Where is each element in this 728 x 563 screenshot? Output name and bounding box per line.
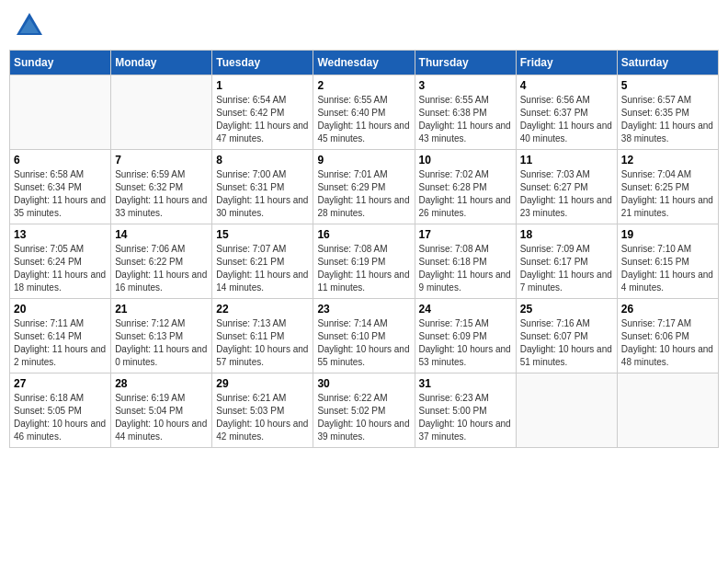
calendar-cell: 2Sunrise: 6:55 AM Sunset: 6:40 PM Daylig… bbox=[313, 75, 415, 150]
calendar-cell: 1Sunrise: 6:54 AM Sunset: 6:42 PM Daylig… bbox=[212, 75, 313, 150]
day-detail: Sunrise: 7:08 AM Sunset: 6:19 PM Dayligh… bbox=[317, 243, 410, 294]
day-number: 26 bbox=[621, 303, 714, 316]
day-detail: Sunrise: 6:23 AM Sunset: 5:00 PM Dayligh… bbox=[419, 392, 512, 443]
day-detail: Sunrise: 6:19 AM Sunset: 5:04 PM Dayligh… bbox=[115, 392, 208, 443]
calendar-cell: 18Sunrise: 7:09 AM Sunset: 6:17 PM Dayli… bbox=[516, 224, 617, 299]
calendar-cell: 30Sunrise: 6:22 AM Sunset: 5:02 PM Dayli… bbox=[313, 373, 415, 448]
day-number: 24 bbox=[419, 303, 512, 316]
day-detail: Sunrise: 7:09 AM Sunset: 6:17 PM Dayligh… bbox=[520, 243, 613, 294]
day-detail: Sunrise: 6:22 AM Sunset: 5:02 PM Dayligh… bbox=[317, 392, 410, 443]
day-number: 14 bbox=[115, 228, 208, 241]
calendar-cell: 13Sunrise: 7:05 AM Sunset: 6:24 PM Dayli… bbox=[10, 224, 111, 299]
calendar-cell: 20Sunrise: 7:11 AM Sunset: 6:14 PM Dayli… bbox=[10, 299, 111, 373]
day-detail: Sunrise: 6:56 AM Sunset: 6:37 PM Dayligh… bbox=[520, 94, 613, 145]
day-number: 29 bbox=[216, 377, 309, 390]
calendar-week-3: 13Sunrise: 7:05 AM Sunset: 6:24 PM Dayli… bbox=[10, 224, 719, 299]
day-number: 2 bbox=[317, 79, 410, 92]
day-detail: Sunrise: 7:05 AM Sunset: 6:24 PM Dayligh… bbox=[14, 243, 107, 294]
day-number: 6 bbox=[14, 154, 107, 167]
day-detail: Sunrise: 7:16 AM Sunset: 6:07 PM Dayligh… bbox=[520, 317, 613, 369]
calendar-cell: 12Sunrise: 7:04 AM Sunset: 6:25 PM Dayli… bbox=[617, 150, 718, 224]
calendar-table: SundayMondayTuesdayWednesdayThursdayFrid… bbox=[9, 50, 719, 448]
calendar-cell: 6Sunrise: 6:58 AM Sunset: 6:34 PM Daylig… bbox=[10, 150, 111, 224]
calendar-cell: 17Sunrise: 7:08 AM Sunset: 6:18 PM Dayli… bbox=[415, 224, 516, 299]
day-number: 8 bbox=[216, 154, 309, 167]
day-detail: Sunrise: 7:17 AM Sunset: 6:06 PM Dayligh… bbox=[621, 317, 714, 369]
calendar-cell bbox=[10, 75, 111, 150]
calendar-cell: 25Sunrise: 7:16 AM Sunset: 6:07 PM Dayli… bbox=[516, 299, 617, 373]
day-number: 23 bbox=[317, 303, 410, 316]
day-detail: Sunrise: 6:21 AM Sunset: 5:03 PM Dayligh… bbox=[216, 392, 309, 443]
day-number: 3 bbox=[419, 79, 512, 92]
calendar-cell: 4Sunrise: 6:56 AM Sunset: 6:37 PM Daylig… bbox=[516, 75, 617, 150]
calendar-cell: 28Sunrise: 6:19 AM Sunset: 5:04 PM Dayli… bbox=[111, 373, 212, 448]
calendar-cell: 31Sunrise: 6:23 AM Sunset: 5:00 PM Dayli… bbox=[415, 373, 516, 448]
day-number: 5 bbox=[621, 79, 714, 92]
weekday-header-saturday: Saturday bbox=[617, 51, 718, 75]
day-detail: Sunrise: 7:13 AM Sunset: 6:11 PM Dayligh… bbox=[216, 317, 309, 369]
weekday-header-thursday: Thursday bbox=[415, 51, 516, 75]
day-detail: Sunrise: 6:54 AM Sunset: 6:42 PM Dayligh… bbox=[216, 94, 309, 145]
day-detail: Sunrise: 7:00 AM Sunset: 6:31 PM Dayligh… bbox=[216, 168, 309, 220]
day-number: 7 bbox=[115, 154, 208, 167]
day-detail: Sunrise: 7:12 AM Sunset: 6:13 PM Dayligh… bbox=[115, 317, 208, 369]
day-detail: Sunrise: 7:08 AM Sunset: 6:18 PM Dayligh… bbox=[419, 243, 512, 294]
day-detail: Sunrise: 6:55 AM Sunset: 6:38 PM Dayligh… bbox=[419, 94, 512, 145]
calendar-cell: 10Sunrise: 7:02 AM Sunset: 6:28 PM Dayli… bbox=[415, 150, 516, 224]
day-number: 18 bbox=[520, 228, 613, 241]
day-number: 12 bbox=[621, 154, 714, 167]
day-number: 4 bbox=[520, 79, 613, 92]
calendar-cell: 23Sunrise: 7:14 AM Sunset: 6:10 PM Dayli… bbox=[313, 299, 415, 373]
day-detail: Sunrise: 6:57 AM Sunset: 6:35 PM Dayligh… bbox=[621, 94, 714, 145]
day-detail: Sunrise: 7:15 AM Sunset: 6:09 PM Dayligh… bbox=[419, 317, 512, 369]
day-number: 11 bbox=[520, 154, 613, 167]
logo-icon bbox=[13, 9, 46, 42]
calendar-cell: 11Sunrise: 7:03 AM Sunset: 6:27 PM Dayli… bbox=[516, 150, 617, 224]
day-number: 13 bbox=[14, 228, 107, 241]
page-header bbox=[9, 9, 719, 42]
logo bbox=[13, 9, 50, 42]
calendar-cell: 29Sunrise: 6:21 AM Sunset: 5:03 PM Dayli… bbox=[212, 373, 313, 448]
day-detail: Sunrise: 7:04 AM Sunset: 6:25 PM Dayligh… bbox=[621, 168, 714, 220]
day-number: 15 bbox=[216, 228, 309, 241]
calendar-cell: 14Sunrise: 7:06 AM Sunset: 6:22 PM Dayli… bbox=[111, 224, 212, 299]
day-detail: Sunrise: 7:11 AM Sunset: 6:14 PM Dayligh… bbox=[14, 317, 107, 369]
weekday-header-row: SundayMondayTuesdayWednesdayThursdayFrid… bbox=[10, 51, 719, 75]
day-number: 17 bbox=[419, 228, 512, 241]
day-number: 21 bbox=[115, 303, 208, 316]
day-number: 30 bbox=[317, 377, 410, 390]
day-detail: Sunrise: 7:07 AM Sunset: 6:21 PM Dayligh… bbox=[216, 243, 309, 294]
day-detail: Sunrise: 6:58 AM Sunset: 6:34 PM Dayligh… bbox=[14, 168, 107, 220]
day-detail: Sunrise: 7:03 AM Sunset: 6:27 PM Dayligh… bbox=[520, 168, 613, 220]
weekday-header-monday: Monday bbox=[111, 51, 212, 75]
day-detail: Sunrise: 7:06 AM Sunset: 6:22 PM Dayligh… bbox=[115, 243, 208, 294]
day-number: 31 bbox=[419, 377, 512, 390]
calendar-cell: 27Sunrise: 6:18 AM Sunset: 5:05 PM Dayli… bbox=[10, 373, 111, 448]
day-detail: Sunrise: 6:55 AM Sunset: 6:40 PM Dayligh… bbox=[317, 94, 410, 145]
calendar-cell: 7Sunrise: 6:59 AM Sunset: 6:32 PM Daylig… bbox=[111, 150, 212, 224]
day-number: 16 bbox=[317, 228, 410, 241]
day-detail: Sunrise: 7:10 AM Sunset: 6:15 PM Dayligh… bbox=[621, 243, 714, 294]
day-number: 1 bbox=[216, 79, 309, 92]
day-number: 22 bbox=[216, 303, 309, 316]
calendar-cell: 26Sunrise: 7:17 AM Sunset: 6:06 PM Dayli… bbox=[617, 299, 718, 373]
weekday-header-sunday: Sunday bbox=[10, 51, 111, 75]
calendar-week-1: 1Sunrise: 6:54 AM Sunset: 6:42 PM Daylig… bbox=[10, 75, 719, 150]
day-detail: Sunrise: 7:01 AM Sunset: 6:29 PM Dayligh… bbox=[317, 168, 410, 220]
calendar-week-4: 20Sunrise: 7:11 AM Sunset: 6:14 PM Dayli… bbox=[10, 299, 719, 373]
day-number: 27 bbox=[14, 377, 107, 390]
day-number: 28 bbox=[115, 377, 208, 390]
calendar-cell bbox=[617, 373, 718, 448]
weekday-header-tuesday: Tuesday bbox=[212, 51, 313, 75]
calendar-cell: 21Sunrise: 7:12 AM Sunset: 6:13 PM Dayli… bbox=[111, 299, 212, 373]
day-number: 10 bbox=[419, 154, 512, 167]
day-detail: Sunrise: 7:02 AM Sunset: 6:28 PM Dayligh… bbox=[419, 168, 512, 220]
calendar-cell: 19Sunrise: 7:10 AM Sunset: 6:15 PM Dayli… bbox=[617, 224, 718, 299]
calendar-cell bbox=[111, 75, 212, 150]
calendar-week-5: 27Sunrise: 6:18 AM Sunset: 5:05 PM Dayli… bbox=[10, 373, 719, 448]
calendar-cell: 16Sunrise: 7:08 AM Sunset: 6:19 PM Dayli… bbox=[313, 224, 415, 299]
calendar-cell: 24Sunrise: 7:15 AM Sunset: 6:09 PM Dayli… bbox=[415, 299, 516, 373]
weekday-header-wednesday: Wednesday bbox=[313, 51, 415, 75]
day-detail: Sunrise: 6:59 AM Sunset: 6:32 PM Dayligh… bbox=[115, 168, 208, 220]
calendar-cell: 9Sunrise: 7:01 AM Sunset: 6:29 PM Daylig… bbox=[313, 150, 415, 224]
